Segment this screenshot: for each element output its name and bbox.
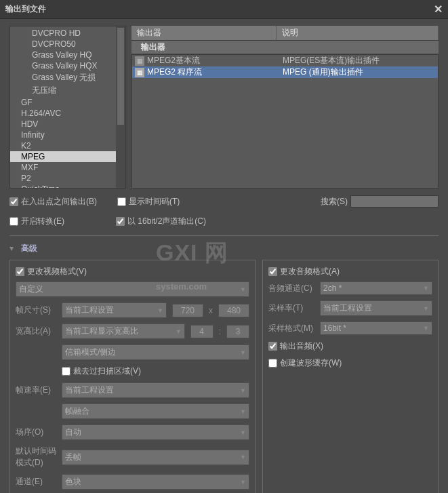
window-title: 输出到文件 bbox=[5, 3, 46, 15]
channel-select[interactable]: 色块▼ bbox=[62, 474, 249, 490]
tree-item[interactable]: GF bbox=[10, 97, 125, 108]
framerate-mode-select[interactable]: 帧融合▼ bbox=[62, 403, 249, 419]
convert-checkbox[interactable]: 开启转换(E) bbox=[9, 216, 64, 227]
change-audio-format-checkbox[interactable]: 更改音频格式(A) bbox=[268, 266, 432, 277]
search-input[interactable] bbox=[350, 195, 439, 208]
aspect-select[interactable]: 当前工程显示宽高比▼ bbox=[62, 323, 185, 339]
header-exporter[interactable]: 输出器 bbox=[131, 26, 277, 40]
samplerate-select[interactable]: 当前工程设置▼ bbox=[320, 300, 432, 316]
tree-item[interactable]: K2 bbox=[10, 140, 125, 151]
advanced-label[interactable]: 高级 bbox=[16, 243, 37, 253]
tree-item[interactable]: MPEG bbox=[10, 151, 125, 162]
letterbox-select[interactable]: 信箱模式/侧边▼ bbox=[62, 344, 249, 360]
framerate-select[interactable]: 当前工程设置▼ bbox=[62, 382, 249, 398]
tree-item[interactable]: Grass Valley HQX bbox=[10, 60, 125, 71]
tree-item[interactable]: DVCPRO HD bbox=[10, 28, 125, 39]
audio16-checkbox[interactable]: 以 16bit/2声道输出(C) bbox=[116, 216, 206, 227]
tree-item[interactable]: Infinity bbox=[10, 130, 125, 140]
field-select[interactable]: 自动▼ bbox=[62, 425, 249, 440]
tree-item[interactable]: 无压缩 bbox=[10, 84, 125, 97]
header-description[interactable]: 说明 bbox=[277, 26, 439, 40]
waveform-checkbox[interactable]: 创建波形缓存(W) bbox=[268, 357, 432, 369]
inout-checkbox[interactable]: 在入出点之间输出(B) bbox=[9, 196, 97, 208]
timecode-mode-select[interactable]: 丢帧▼ bbox=[62, 450, 249, 465]
output-audio-checkbox[interactable]: 输出音频(X) bbox=[268, 340, 432, 352]
list-row[interactable]: ▦MPEG2 程序流MPEG (通用)输出插件 bbox=[132, 66, 438, 78]
tree-item[interactable]: P2 bbox=[10, 173, 125, 184]
height-input[interactable] bbox=[218, 304, 249, 317]
ar1-input[interactable] bbox=[190, 325, 213, 338]
video-preset-select[interactable]: 自定义▼ bbox=[16, 281, 249, 297]
list-row[interactable]: ▦MPEG2基本流MPEG(ES基本流)输出插件 bbox=[132, 55, 438, 66]
tree-item[interactable]: DVCPRO50 bbox=[10, 39, 125, 50]
width-input[interactable] bbox=[172, 304, 203, 317]
close-icon[interactable]: ✕ bbox=[434, 3, 443, 16]
film-icon: ▦ bbox=[135, 68, 144, 77]
ar2-input[interactable] bbox=[226, 325, 249, 338]
exporter-list[interactable]: ▦MPEG2基本流MPEG(ES基本流)输出插件▦MPEG2 程序流MPEG (… bbox=[131, 54, 439, 189]
audio-channel-select[interactable]: 2ch *▼ bbox=[320, 281, 432, 295]
change-video-format-checkbox[interactable]: 更改视频格式(V) bbox=[16, 266, 249, 277]
tree-item[interactable]: MXF bbox=[10, 162, 125, 173]
film-icon: ▦ bbox=[135, 56, 144, 66]
search-label: 搜索(S) bbox=[321, 196, 348, 208]
frame-size-select[interactable]: 当前工程设置▼ bbox=[62, 302, 167, 318]
tree-item[interactable]: Grass Valley 无损 bbox=[10, 71, 125, 84]
tree-item[interactable]: QuickTime bbox=[10, 184, 125, 189]
timecode-checkbox[interactable]: 显示时间码(T) bbox=[117, 196, 180, 208]
sampleformat-select[interactable]: 16bit *▼ bbox=[320, 321, 432, 335]
tree-item[interactable]: Grass Valley HQ bbox=[10, 50, 125, 60]
crop-checkbox[interactable]: 裁去过扫描区域(V) bbox=[62, 366, 141, 377]
tree-item[interactable]: H.264/AVC bbox=[10, 108, 125, 119]
tree-item[interactable]: HDV bbox=[10, 119, 125, 130]
scrollbar[interactable] bbox=[116, 26, 125, 188]
sub-header: 输出器 bbox=[131, 41, 439, 54]
codec-tree[interactable]: DVCPRO HDDVCPRO50Grass Valley HQGrass Va… bbox=[9, 26, 126, 189]
